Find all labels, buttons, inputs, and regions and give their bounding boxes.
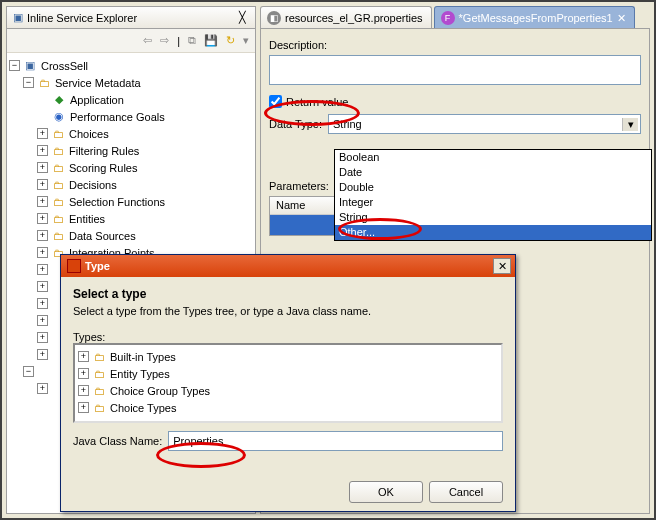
tree-collapse-icon[interactable]: − [23, 77, 34, 88]
function-icon: F [441, 11, 455, 25]
return-value-label: Return value [286, 96, 348, 108]
oracle-icon [67, 259, 81, 273]
ok-button[interactable]: OK [349, 481, 423, 503]
tree-expand-icon[interactable]: + [37, 196, 48, 207]
datatype-dropdown-list[interactable]: BooleanDateDoubleIntegerStringOther... [334, 149, 652, 241]
tab-resources[interactable]: ◧ resources_el_GR.properties [260, 6, 432, 28]
tab-getmessages-label: *GetMessagesFromProperties1 [459, 12, 613, 24]
tree-collapse-icon[interactable]: − [9, 60, 20, 71]
editor-tabs: ◧ resources_el_GR.properties F *GetMessa… [260, 6, 650, 28]
tree-expand-icon[interactable]: − [23, 366, 34, 377]
refresh-icon[interactable]: ↻ [226, 34, 235, 47]
folder-icon: 🗀 [50, 195, 66, 209]
folder-icon: 🗀 [91, 367, 107, 381]
folder-icon: 🗀 [91, 401, 107, 415]
tree-expand-icon[interactable]: + [37, 298, 48, 309]
tree-node-label[interactable]: Selection Functions [69, 196, 165, 208]
dropdown-option[interactable]: Double [335, 180, 651, 195]
tree-node-label[interactable]: Filtering Rules [69, 145, 139, 157]
save-icon[interactable]: 💾 [204, 34, 218, 47]
tree-expand-icon[interactable]: + [37, 383, 48, 394]
explorer-title: Inline Service Explorer [27, 12, 233, 24]
description-label: Description: [269, 39, 641, 51]
folder-icon: 🗀 [91, 350, 107, 364]
datatype-value: String [333, 118, 622, 130]
goals-icon: ◉ [51, 110, 67, 124]
tab-resources-label: resources_el_GR.properties [285, 12, 423, 24]
datatype-select[interactable]: String ▾ [328, 114, 641, 134]
dialog-title: Type [85, 260, 493, 272]
tree-application[interactable]: Application [70, 94, 124, 106]
dropdown-option[interactable]: String [335, 210, 651, 225]
folder-icon: 🗀 [50, 144, 66, 158]
tree-expand-icon[interactable]: + [37, 145, 48, 156]
tree-node-label[interactable]: Data Sources [69, 230, 136, 242]
folder-icon: 🗀 [50, 127, 66, 141]
close-icon[interactable]: ✕ [493, 258, 511, 274]
java-class-input[interactable] [168, 431, 503, 451]
app-icon: ◆ [51, 93, 67, 107]
tree-expand-icon[interactable]: + [37, 281, 48, 292]
tree-expand-icon[interactable]: + [37, 179, 48, 190]
tree-expand-icon[interactable]: + [37, 349, 48, 360]
chevron-down-icon: ▾ [622, 118, 638, 131]
tree-performance-goals[interactable]: Performance Goals [70, 111, 165, 123]
cancel-button[interactable]: Cancel [429, 481, 503, 503]
project-icon: ▣ [22, 59, 38, 73]
file-icon: ◧ [267, 11, 281, 25]
dropdown-option[interactable]: Boolean [335, 150, 651, 165]
explorer-cube-icon: ▣ [13, 11, 23, 24]
tree-node-label[interactable]: Choices [69, 128, 109, 140]
nav-back-icon[interactable]: ⇦ [143, 34, 152, 47]
types-label: Types: [73, 331, 503, 343]
dialog-subtext: Select a type from the Types tree, or ty… [73, 305, 503, 317]
explorer-tab-header: ▣ Inline Service Explorer ╳ [7, 7, 255, 29]
folder-icon: 🗀 [50, 161, 66, 175]
copy-icon[interactable]: ⧉ [188, 34, 196, 47]
folder-icon: 🗀 [50, 212, 66, 226]
tree-expand-icon[interactable]: + [37, 247, 48, 258]
tree-node-label[interactable]: Decisions [69, 179, 117, 191]
tab-getmessages[interactable]: F *GetMessagesFromProperties1 ✕ [434, 6, 635, 28]
return-value-checkbox[interactable] [269, 95, 282, 108]
tree-service-metadata[interactable]: Service Metadata [55, 77, 141, 89]
types-tree[interactable]: +🗀Built-in Types+🗀Entity Types+🗀Choice G… [73, 343, 503, 423]
folder-icon: 🗀 [50, 229, 66, 243]
tree-expand-icon[interactable]: + [78, 402, 89, 413]
tree-node-label[interactable]: Entities [69, 213, 105, 225]
tree-node-label[interactable]: Scoring Rules [69, 162, 137, 174]
explorer-toolbar: ⇦ ⇨ | ⧉ 💾 ↻ ▾ [7, 29, 255, 53]
tree-expand-icon[interactable]: + [37, 230, 48, 241]
toolbar-menu-icon[interactable]: ▾ [243, 34, 249, 47]
tree-expand-icon[interactable]: + [37, 264, 48, 275]
folder-icon: 🗀 [36, 76, 52, 90]
type-node-label[interactable]: Built-in Types [110, 351, 176, 363]
tree-expand-icon[interactable]: + [78, 385, 89, 396]
type-node-label[interactable]: Choice Types [110, 402, 176, 414]
datatype-label: Data Type: [269, 118, 322, 130]
dropdown-option[interactable]: Date [335, 165, 651, 180]
type-dialog: Type ✕ Select a type Select a type from … [60, 254, 516, 512]
tree-expand-icon[interactable]: + [78, 351, 89, 362]
folder-icon: 🗀 [91, 384, 107, 398]
dropdown-option[interactable]: Other... [335, 225, 651, 240]
dialog-titlebar[interactable]: Type ✕ [61, 255, 515, 277]
tree-expand-icon[interactable]: + [37, 315, 48, 326]
dropdown-option[interactable]: Integer [335, 195, 651, 210]
type-node-label[interactable]: Choice Group Types [110, 385, 210, 397]
nav-fwd-icon[interactable]: ⇨ [160, 34, 169, 47]
tree-expand-icon[interactable]: + [78, 368, 89, 379]
close-icon[interactable]: ✕ [617, 12, 626, 25]
tree-expand-icon[interactable]: + [37, 332, 48, 343]
dialog-heading: Select a type [73, 287, 503, 301]
tree-expand-icon[interactable]: + [37, 162, 48, 173]
java-class-label: Java Class Name: [73, 435, 162, 447]
tree-expand-icon[interactable]: + [37, 213, 48, 224]
tree-expand-icon[interactable]: + [37, 128, 48, 139]
tree-root[interactable]: CrossSell [41, 60, 88, 72]
folder-icon: 🗀 [50, 178, 66, 192]
type-node-label[interactable]: Entity Types [110, 368, 170, 380]
description-textarea[interactable] [269, 55, 641, 85]
explorer-pin-icon[interactable]: ╳ [235, 11, 249, 25]
